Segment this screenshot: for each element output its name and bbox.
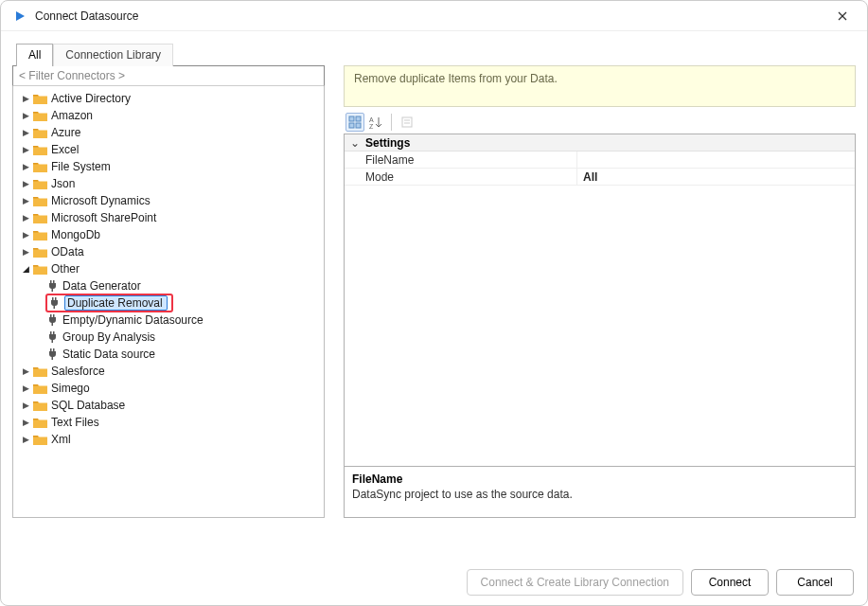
tree-item-xml[interactable]: ▶ Xml	[15, 431, 322, 448]
svg-rect-32	[33, 419, 38, 420]
tree-item-empty-dynamic[interactable]: ▶ Empty/Dynamic Datasource	[15, 312, 322, 329]
connect-button[interactable]: Connect	[691, 569, 769, 596]
tree-item-file-system[interactable]: ▶ File System	[15, 158, 322, 175]
tree-item-group-by[interactable]: ▶ Group By Analysis	[15, 329, 322, 346]
tree-item-salesforce[interactable]: ▶ Salesforce	[15, 363, 322, 380]
connector-tree[interactable]: ▶ Active Directory ▶ Amazon ▶ Azure	[12, 86, 325, 518]
chevron-right-icon[interactable]: ▶	[19, 92, 32, 105]
svg-rect-13	[33, 265, 38, 267]
tree-item-mongodb[interactable]: ▶ MongoDb	[15, 226, 322, 243]
tree-item-amazon[interactable]: ▶ Amazon	[15, 107, 322, 124]
svg-rect-27	[53, 348, 55, 351]
tree-item-text-files[interactable]: ▶ Text Files	[15, 414, 322, 431]
filter-placeholder: < Filter Connectors >	[19, 69, 125, 82]
folder-icon	[32, 228, 47, 241]
property-help-title: FileName	[352, 472, 847, 486]
svg-rect-10	[33, 214, 38, 216]
property-value-filename[interactable]	[577, 152, 855, 168]
svg-rect-37	[356, 123, 361, 128]
connector-icon	[45, 348, 59, 361]
chevron-right-icon[interactable]: ▶	[19, 177, 32, 190]
chevron-right-icon[interactable]: ▶	[19, 399, 32, 412]
tab-all[interactable]: All	[16, 44, 53, 66]
svg-rect-11	[33, 231, 38, 233]
property-category-settings[interactable]: ⌄ Settings	[345, 134, 855, 152]
chevron-right-icon[interactable]: ▶	[19, 228, 32, 241]
svg-rect-5	[33, 129, 38, 131]
chevron-right-icon[interactable]: ▶	[19, 126, 32, 139]
svg-rect-21	[53, 314, 55, 317]
connector-icon	[47, 296, 61, 310]
categorized-view-button[interactable]	[345, 113, 364, 132]
svg-rect-7	[33, 163, 38, 165]
property-grid[interactable]: ⌄ Settings FileName Mode All	[344, 134, 856, 467]
folder-icon	[32, 416, 47, 429]
svg-rect-16	[52, 288, 54, 292]
dialog-body: All Connection Library < Filter Connecto…	[1, 31, 867, 605]
collapse-icon[interactable]: ⌄	[348, 136, 362, 150]
window-title: Connect Datasource	[35, 9, 827, 23]
tree-item-duplicate-removal[interactable]: ▶ Duplicate Removal	[15, 294, 322, 312]
svg-rect-35	[356, 116, 361, 121]
svg-rect-3	[33, 95, 38, 97]
tree-item-ms-dynamics[interactable]: ▶ Microsoft Dynamics	[15, 192, 322, 209]
chevron-right-icon[interactable]: ▶	[19, 382, 32, 395]
connector-description: Remove duplicate Items from your Data.	[344, 65, 856, 107]
property-help-box: FileName DataSync project to use as the …	[344, 467, 856, 518]
folder-icon	[32, 143, 47, 156]
folder-icon	[32, 382, 47, 395]
cancel-button[interactable]: Cancel	[776, 569, 854, 596]
tab-connection-library[interactable]: Connection Library	[53, 44, 173, 66]
tree-item-data-generator[interactable]: ▶ Data Generator	[15, 277, 322, 294]
svg-rect-4	[33, 112, 38, 114]
folder-icon	[32, 245, 47, 258]
tab-strip: All Connection Library	[16, 43, 856, 65]
svg-rect-14	[50, 280, 52, 283]
chevron-right-icon[interactable]: ▶	[19, 194, 32, 207]
property-row-mode[interactable]: Mode All	[345, 169, 855, 186]
svg-rect-19	[54, 305, 56, 309]
tree-item-sql-database[interactable]: ▶ SQL Database	[15, 397, 322, 414]
svg-rect-31	[33, 401, 38, 403]
folder-icon	[32, 177, 47, 190]
svg-rect-20	[50, 314, 52, 317]
chevron-right-icon[interactable]: ▶	[19, 433, 32, 446]
tree-item-odata[interactable]: ▶ OData	[15, 243, 322, 260]
svg-rect-12	[33, 248, 38, 250]
svg-rect-15	[53, 280, 55, 283]
close-icon[interactable]	[827, 1, 858, 31]
property-pages-button[interactable]	[398, 113, 416, 132]
dialog-footer: Connect & Create Library Connection Conn…	[14, 569, 854, 596]
alphabetical-view-button[interactable]: AZ	[366, 113, 385, 132]
svg-rect-33	[33, 436, 38, 437]
chevron-right-icon[interactable]: ▶	[19, 160, 32, 173]
svg-rect-23	[50, 331, 52, 334]
folder-icon	[32, 194, 47, 207]
chevron-right-icon[interactable]: ▶	[19, 365, 32, 378]
filter-connectors-input[interactable]: < Filter Connectors >	[12, 65, 325, 86]
property-row-filename[interactable]: FileName	[345, 152, 855, 169]
connector-icon	[45, 313, 59, 327]
tree-item-static-data[interactable]: ▶ Static Data source	[15, 346, 322, 363]
chevron-down-icon[interactable]: ◢	[19, 262, 32, 276]
tree-item-ms-sharepoint[interactable]: ▶ Microsoft SharePoint	[15, 209, 322, 226]
chevron-right-icon[interactable]: ▶	[19, 211, 32, 224]
tree-item-other[interactable]: ◢ Other	[15, 260, 322, 277]
chevron-right-icon[interactable]: ▶	[19, 109, 32, 122]
tree-item-azure[interactable]: ▶ Azure	[15, 124, 322, 141]
folder-icon	[32, 399, 47, 412]
tree-item-simego[interactable]: ▶ Simego	[15, 380, 322, 397]
chevron-right-icon[interactable]: ▶	[19, 245, 32, 258]
chevron-right-icon[interactable]: ▶	[19, 143, 32, 156]
svg-rect-8	[33, 180, 38, 182]
svg-rect-30	[33, 384, 38, 386]
tree-item-json[interactable]: ▶ Json	[15, 175, 322, 192]
property-grid-toolbar: AZ	[344, 107, 856, 134]
property-value-mode[interactable]: All	[577, 169, 855, 185]
svg-rect-34	[349, 116, 354, 121]
chevron-right-icon[interactable]: ▶	[19, 416, 32, 429]
tree-item-excel[interactable]: ▶ Excel	[15, 141, 322, 158]
connect-create-library-button[interactable]: Connect & Create Library Connection	[467, 569, 683, 596]
tree-item-active-directory[interactable]: ▶ Active Directory	[15, 90, 322, 107]
svg-rect-29	[33, 367, 38, 369]
